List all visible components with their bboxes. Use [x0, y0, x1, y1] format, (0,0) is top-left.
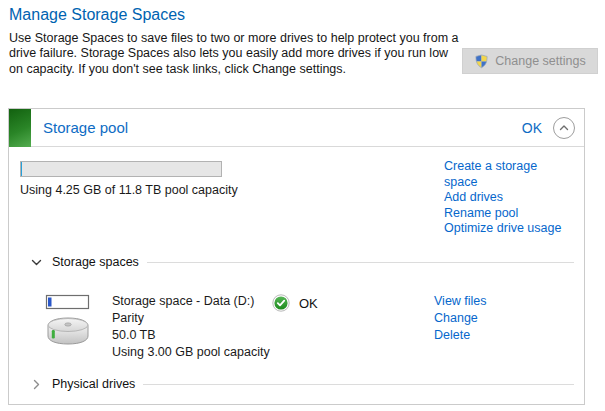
- add-drives-link[interactable]: Add drives: [444, 190, 584, 206]
- storage-space-name: Storage space - Data (D:): [112, 293, 270, 310]
- page-title: Manage Storage Spaces: [9, 6, 185, 24]
- change-settings-button[interactable]: Change settings: [462, 48, 598, 74]
- pool-task-links: Create a storage space Add drives Rename…: [444, 159, 584, 237]
- storage-space-status: OK: [272, 294, 318, 312]
- create-storage-space-link[interactable]: Create a storage space: [444, 159, 554, 190]
- storage-space-status-label: OK: [299, 296, 318, 311]
- storage-pool-panel: Storage pool OK Using 4.25 GB of 11.8 TB…: [8, 108, 585, 405]
- chevron-up-icon: [558, 122, 570, 134]
- pool-status-badge: OK: [522, 120, 542, 136]
- section-divider: [143, 384, 574, 385]
- optimize-drive-usage-link[interactable]: Optimize drive usage: [444, 221, 584, 237]
- rename-pool-link[interactable]: Rename pool: [444, 206, 584, 222]
- storage-space-usage: Using 3.00 GB pool capacity: [112, 344, 270, 361]
- view-files-link[interactable]: View files: [434, 293, 574, 310]
- chevron-down-icon: [31, 257, 42, 268]
- physical-drives-expander[interactable]: Physical drives: [9, 375, 584, 393]
- pool-title: Storage pool: [43, 119, 128, 136]
- storage-space-task-links: View files Change Delete: [434, 293, 574, 344]
- storage-space-capacity: 50.0 TB: [112, 327, 270, 344]
- pool-color-tile: [9, 109, 31, 147]
- check-circle-icon: [272, 294, 290, 312]
- storage-pool-header: Storage pool OK: [9, 109, 584, 147]
- storage-space-drive-icon: [45, 294, 91, 356]
- page-description: Use Storage Spaces to save files to two …: [9, 31, 461, 77]
- pool-usage-text: Using 4.25 GB of 11.8 TB pool capacity: [20, 183, 238, 197]
- storage-spaces-section-label: Storage spaces: [52, 255, 139, 269]
- uac-shield-icon: [474, 54, 489, 69]
- section-divider: [147, 262, 574, 263]
- pool-collapse-button[interactable]: [553, 117, 575, 139]
- chevron-right-icon: [31, 379, 42, 390]
- delete-link[interactable]: Delete: [434, 327, 574, 344]
- storage-spaces-expander[interactable]: Storage spaces: [9, 253, 584, 271]
- storage-space-resiliency: Parity: [112, 310, 270, 327]
- change-link[interactable]: Change: [434, 310, 574, 327]
- storage-space-details: Storage space - Data (D:) Parity 50.0 TB…: [112, 293, 270, 361]
- change-settings-label: Change settings: [495, 54, 585, 68]
- physical-drives-section-label: Physical drives: [52, 377, 135, 391]
- pool-capacity-bar: [20, 161, 222, 177]
